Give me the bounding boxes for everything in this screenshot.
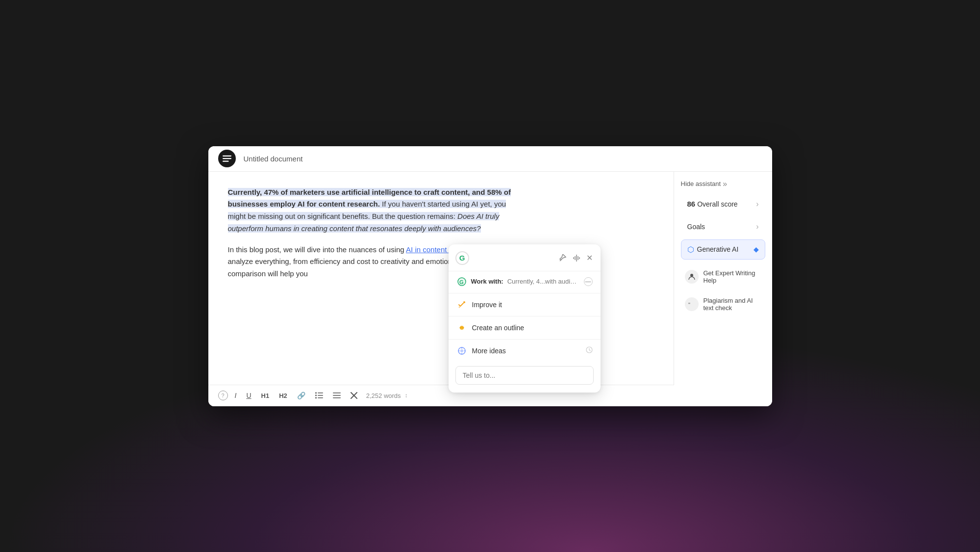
help-icon[interactable]: ? <box>218 391 228 400</box>
svg-rect-0 <box>223 156 231 157</box>
right-sidebar: Hide assistant » 86 Overall score › Goal… <box>674 172 772 406</box>
ideas-icon <box>456 345 467 356</box>
overall-score-chevron: › <box>756 200 758 209</box>
popup-actions: ✕ <box>558 252 594 263</box>
goals-chevron: › <box>756 222 758 231</box>
create-outline-item[interactable]: Create an outline <box>449 317 601 338</box>
improve-icon <box>456 299 467 310</box>
hide-assistant-label: Hide assistant <box>681 180 721 187</box>
hide-assistant-button[interactable]: Hide assistant » <box>681 180 765 188</box>
ai-popup: G ✕ G Work with: Currently, 4...with aud… <box>449 244 601 393</box>
generative-ai-icon: ⬡ <box>687 245 694 254</box>
underline-button[interactable]: U <box>243 390 254 401</box>
ordered-list-button[interactable] <box>312 390 326 401</box>
formatting-toolbar: ? I U H1 H2 🔗 2,252 words ↕ <box>208 385 674 406</box>
svg-point-19 <box>463 301 465 303</box>
svg-rect-2 <box>223 161 229 162</box>
link-button[interactable]: 🔗 <box>294 390 308 401</box>
goals-item[interactable]: Goals › <box>681 217 765 237</box>
popup-input-area <box>449 361 601 386</box>
more-ideas-label: More ideas <box>472 347 506 355</box>
overall-score-value: 86 <box>687 200 696 208</box>
outline-icon <box>456 322 467 333</box>
overall-score-item[interactable]: 86 Overall score › <box>681 194 765 214</box>
paragraph-1: Currently, 47% of marketers use artifici… <box>228 186 522 235</box>
popup-divider-3 <box>449 339 601 340</box>
svg-rect-1 <box>223 158 231 159</box>
work-with-icon: G <box>456 276 467 287</box>
plagiarism-item[interactable]: " Plagiarism and AI text check <box>681 292 765 316</box>
more-ideas-item[interactable]: More ideas <box>449 341 601 361</box>
svg-point-7 <box>315 394 317 396</box>
document-title: Untitled document <box>244 155 303 163</box>
svg-rect-3 <box>318 393 323 394</box>
svg-point-14 <box>690 274 693 277</box>
h2-button[interactable]: H2 <box>276 390 290 401</box>
plagiarism-icon: " <box>685 297 699 311</box>
popup-header: G ✕ <box>449 251 601 271</box>
overall-score-label: Overall score <box>697 200 737 208</box>
svg-rect-11 <box>333 397 341 398</box>
double-chevron-icon: » <box>723 180 727 188</box>
header: Untitled document <box>208 146 772 172</box>
paragraph-2-start: In this blog post, we will dive into the… <box>228 245 406 254</box>
svg-rect-10 <box>333 395 341 396</box>
improve-it-label: Improve it <box>472 301 502 309</box>
work-with-row: G Work with: Currently, 4...with audienc… <box>449 271 601 292</box>
tell-us-input[interactable] <box>455 366 594 385</box>
popup-divider-1 <box>449 293 601 293</box>
svg-text:G: G <box>459 279 464 285</box>
svg-text:": " <box>688 302 690 308</box>
svg-rect-4 <box>318 395 323 396</box>
generative-ai-label: Generative AI <box>697 245 739 253</box>
app-window: Untitled document Currently, 47% of mark… <box>208 146 772 406</box>
unordered-list-button[interactable] <box>330 390 344 401</box>
goals-label: Goals <box>687 223 705 231</box>
editor-area[interactable]: Currently, 47% of marketers use artifici… <box>208 172 674 385</box>
svg-rect-5 <box>318 397 323 398</box>
create-outline-label: Create an outline <box>472 324 525 332</box>
italic-button[interactable]: I <box>232 390 240 401</box>
word-count-arrow: ↕ <box>405 392 408 399</box>
generative-ai-left: ⬡ Generative AI <box>687 245 739 254</box>
work-with-label: Work with: <box>471 278 503 285</box>
menu-button[interactable] <box>218 150 236 167</box>
get-expert-item[interactable]: Get Expert Writing Help <box>681 264 765 289</box>
generative-ai-button[interactable]: ⬡ Generative AI ◆ <box>681 239 765 260</box>
plagiarism-label: Plagiarism and AI text check <box>704 297 761 312</box>
clear-formatting-button[interactable] <box>348 390 360 401</box>
word-count: 2,252 words <box>366 392 401 399</box>
pin-button[interactable] <box>558 253 568 263</box>
svg-rect-9 <box>333 393 341 394</box>
generative-ai-diamond-icon: ◆ <box>754 245 759 253</box>
grammarly-logo: G <box>455 251 469 265</box>
svg-point-6 <box>315 392 317 394</box>
popup-divider-2 <box>449 316 601 316</box>
svg-point-8 <box>315 397 317 398</box>
audio-button[interactable] <box>572 253 581 263</box>
expert-icon <box>685 270 699 284</box>
svg-point-23 <box>460 349 463 352</box>
work-with-text: Currently, 4...with audiences? <box>507 278 580 285</box>
improve-it-item[interactable]: Improve it <box>449 294 601 315</box>
work-with-minus-button[interactable]: — <box>584 277 593 286</box>
svg-point-20 <box>458 306 460 308</box>
get-expert-label: Get Expert Writing Help <box>704 269 761 284</box>
editor-column: Currently, 47% of marketers use artifici… <box>208 172 674 406</box>
close-popup-button[interactable]: ✕ <box>585 252 594 263</box>
h1-button[interactable]: H1 <box>258 390 273 401</box>
more-ideas-clock-icon <box>586 346 593 355</box>
